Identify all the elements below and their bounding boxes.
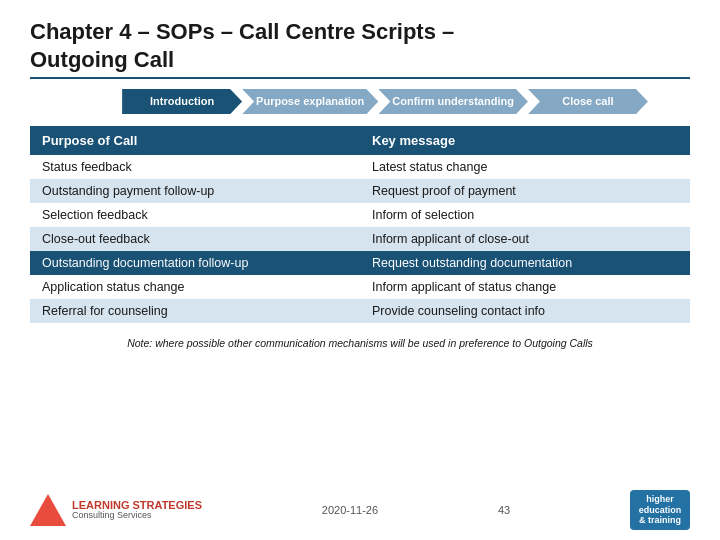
- cell-purpose: Selection feedback: [30, 203, 360, 227]
- table-row: Referral for counselingProvide counselin…: [30, 299, 690, 323]
- col-header-message: Key message: [360, 126, 690, 155]
- table-row: Outstanding documentation follow-upReque…: [30, 251, 690, 275]
- cell-message: Provide counseling contact info: [360, 299, 690, 323]
- cell-purpose: Close-out feedback: [30, 227, 360, 251]
- cell-purpose: Application status change: [30, 275, 360, 299]
- step-confirm[interactable]: Confirm understanding: [378, 89, 528, 114]
- cell-message: Inform applicant of close-out: [360, 227, 690, 251]
- note-text: Note: where possible other communication…: [30, 337, 690, 349]
- logo: LEARNING STRATEGIES Consulting Services: [30, 494, 202, 526]
- cell-message: Request outstanding documentation: [360, 251, 690, 275]
- steps-bar: Introduction Purpose explanation Confirm…: [80, 89, 690, 114]
- cell-message: Request proof of payment: [360, 179, 690, 203]
- title-line1: Chapter 4 – SOPs – Call Centre Scripts –: [30, 19, 454, 44]
- table-row: Selection feedbackInform of selection: [30, 203, 690, 227]
- footer-date: 2020-11-26: [322, 504, 378, 516]
- cell-purpose: Referral for counseling: [30, 299, 360, 323]
- title-block: Chapter 4 – SOPs – Call Centre Scripts –…: [30, 18, 690, 79]
- page-title: Chapter 4 – SOPs – Call Centre Scripts –…: [30, 18, 690, 73]
- cell-message: Inform of selection: [360, 203, 690, 227]
- cell-purpose: Outstanding documentation follow-up: [30, 251, 360, 275]
- table-row: Outstanding payment follow-upRequest pro…: [30, 179, 690, 203]
- table-row: Application status changeInform applican…: [30, 275, 690, 299]
- footer: LEARNING STRATEGIES Consulting Services …: [30, 490, 690, 530]
- table-row: Close-out feedbackInform applicant of cl…: [30, 227, 690, 251]
- title-divider: [30, 77, 690, 79]
- title-line2: Outgoing Call: [30, 47, 174, 72]
- cell-message: Latest status change: [360, 155, 690, 179]
- table-row: Status feedbackLatest status change: [30, 155, 690, 179]
- step-purpose[interactable]: Purpose explanation: [242, 89, 378, 114]
- step-introduction[interactable]: Introduction: [122, 89, 242, 114]
- col-header-purpose: Purpose of Call: [30, 126, 360, 155]
- logo-sub-text: Consulting Services: [72, 511, 202, 521]
- main-table-wrapper: Purpose of Call Key message Status feedb…: [30, 126, 690, 323]
- cell-purpose: Outstanding payment follow-up: [30, 179, 360, 203]
- cell-message: Inform applicant of status change: [360, 275, 690, 299]
- cell-purpose: Status feedback: [30, 155, 360, 179]
- step-close[interactable]: Close call: [528, 89, 648, 114]
- logo-triangle-icon: [30, 494, 66, 526]
- table-header-row: Purpose of Call Key message: [30, 126, 690, 155]
- dept-icon: highereducation& training: [637, 492, 684, 528]
- main-table: Purpose of Call Key message Status feedb…: [30, 126, 690, 323]
- page: Chapter 4 – SOPs – Call Centre Scripts –…: [0, 0, 720, 540]
- footer-page: 43: [498, 504, 510, 516]
- dept-logo: highereducation& training: [630, 490, 690, 530]
